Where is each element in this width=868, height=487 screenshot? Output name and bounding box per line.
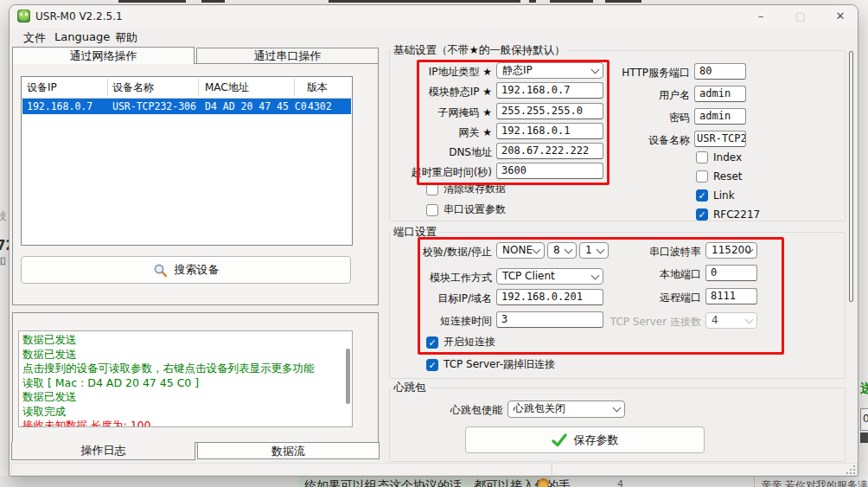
local-port-field[interactable]: 0	[705, 265, 757, 281]
search-device-button[interactable]: 搜索设备	[21, 256, 351, 284]
baud-rate-select[interactable]: 115200	[705, 242, 757, 259]
short-conn-enable-row[interactable]: ✓ 开启短连接	[426, 335, 495, 349]
col-device-name[interactable]: 设备名称	[112, 80, 154, 95]
background-bar-fragment	[860, 433, 868, 443]
work-mode-label: 模块工作方式	[381, 271, 492, 285]
tab-network-operation[interactable]: 通过网络操作	[12, 47, 195, 64]
col-mac[interactable]: MAC地址	[205, 80, 249, 95]
menu-language[interactable]: Language	[51, 29, 113, 44]
background-text-fragment	[329, 0, 520, 3]
chevron-down-icon	[591, 272, 600, 280]
col-device-ip[interactable]: 设备IP	[27, 80, 57, 95]
background-text-fragment	[550, 0, 593, 3]
reset-checkbox[interactable]	[696, 170, 708, 183]
static-ip-field[interactable]: 192.168.0.7	[496, 82, 603, 99]
clear-cache-label: 清除缓存数据	[444, 182, 506, 196]
tab-operation-log[interactable]: 操作日志	[11, 442, 195, 460]
kick-old-conn-label: TCP Server-踢掉旧连接	[444, 357, 555, 372]
log-line-error: 接收未知数据 长度为: 100	[22, 419, 348, 427]
gateway-field[interactable]: 192.168.0.1	[496, 123, 603, 139]
background-chat-text: 统如果可以组态这个协议的话，都可以接入你的手	[304, 478, 571, 487]
col-version[interactable]: 版本	[307, 80, 328, 95]
right-panel-scrollbar[interactable]	[849, 51, 853, 302]
password-field[interactable]: admin	[694, 108, 746, 125]
log-line: 数据已发送	[22, 333, 348, 348]
heartbeat-enable-select[interactable]: 心跳包关闭	[507, 400, 625, 418]
minimize-button[interactable]: –	[743, 5, 779, 28]
window-title: USR-M0 V2.2.5.1	[35, 10, 123, 22]
index-checkbox[interactable]	[696, 151, 708, 163]
log-output[interactable]: 数据已发送 数据已发送 点击搜到的设备可读取参数，右键点击设备列表显示更多功能 …	[18, 330, 353, 427]
background-text-fragment: 送	[860, 381, 868, 397]
resize-grip[interactable]	[846, 472, 848, 474]
http-port-field[interactable]: 80	[694, 63, 746, 80]
link-checkbox-row[interactable]: ✓ Link	[696, 189, 735, 202]
dns-field[interactable]: 208.67.222.222	[496, 143, 603, 159]
chevron-down-icon	[565, 246, 573, 254]
chevron-down-icon	[591, 66, 600, 74]
device-row-selected[interactable]: 192.168.0.7 USR-TCP232-306 D4 AD 20 47 4…	[22, 99, 351, 114]
databits-value: 8	[553, 244, 560, 256]
kick-old-conn-row[interactable]: ✓ TCP Server-踢掉旧连接	[426, 357, 555, 372]
target-ip-field[interactable]: 192.168.0.201	[496, 289, 603, 305]
ip-type-value: 静态IP	[502, 64, 533, 76]
reset-checkbox-row[interactable]: Reset	[696, 170, 743, 183]
tab-serial-operation[interactable]: 通过串口操作	[196, 48, 379, 64]
clear-cache-checkbox[interactable]	[426, 183, 438, 195]
log-line: 数据已发送	[22, 390, 348, 405]
background-input-fragment: 0	[860, 408, 868, 431]
background-strip: 统如果可以组态这个协议的话，都可以接入你的手 4 亲亲 若你对我的服务满意 麻烦…	[0, 477, 868, 487]
log-line: 点击搜到的设备可读取参数，右键点击设备列表显示更多功能	[22, 362, 348, 376]
short-conn-enable-checkbox[interactable]: ✓	[426, 336, 438, 349]
link-checkbox[interactable]: ✓	[696, 189, 708, 202]
log-scrollbar[interactable]	[346, 349, 350, 404]
subnet-mask-field[interactable]: 255.255.255.0	[496, 103, 603, 119]
save-params-button[interactable]: 保存参数	[465, 426, 705, 453]
column-separator	[198, 79, 199, 96]
kick-old-conn-checkbox[interactable]: ✓	[426, 359, 438, 371]
databits-select[interactable]: 8	[547, 242, 577, 259]
timeout-restart-field[interactable]: 3600	[496, 163, 603, 179]
cell-version: 4302	[308, 100, 332, 112]
rfc2217-checkbox-row[interactable]: ✓ RFC2217	[696, 208, 760, 221]
index-checkbox-row[interactable]: Index	[696, 151, 742, 163]
parity-select[interactable]: NONE	[496, 242, 545, 259]
device-table-header: 设备IP 设备名称 MAC地址 版本	[22, 77, 352, 99]
rfc2217-label: RFC2217	[713, 208, 760, 221]
chevron-down-icon	[533, 246, 541, 254]
app-icon	[17, 10, 30, 22]
short-conn-time-field[interactable]: 3	[496, 311, 603, 328]
title-bar[interactable]: USR-M0 V2.2.5.1 – ▢ ✕	[10, 5, 858, 28]
work-mode-select[interactable]: TCP Client	[496, 268, 603, 285]
baud-rate-label: 串口波特率	[615, 245, 701, 260]
short-conn-enable-label: 开启短连接	[444, 335, 495, 349]
stopbits-value: 1	[585, 244, 592, 256]
remote-port-field[interactable]: 8111	[705, 288, 757, 304]
stopbits-select[interactable]: 1	[579, 242, 609, 259]
device-name-field[interactable]: USR-TCP23	[694, 131, 746, 147]
ip-type-select[interactable]: 静态IP	[496, 62, 603, 79]
index-label: Index	[713, 151, 742, 163]
maximize-button[interactable]: ▢	[782, 5, 819, 28]
clear-cache-checkbox-row[interactable]: 清除缓存数据	[426, 182, 506, 196]
background-text-fragment	[605, 0, 641, 3]
rfc2217-checkbox[interactable]: ✓	[696, 208, 708, 221]
background-count-text: 4	[617, 478, 623, 487]
close-button[interactable]: ✕	[822, 5, 858, 28]
menu-file[interactable]: 文件	[20, 29, 49, 47]
serial-params-checkbox[interactable]	[426, 204, 438, 216]
cell-device-name: USR-TCP232-306	[112, 100, 196, 112]
serial-params-checkbox-row[interactable]: 串口设置参数	[426, 202, 506, 217]
column-separator	[107, 79, 108, 96]
tcp-conn-count-label: TCP Server 连接数	[597, 315, 701, 330]
background-text-fragment: 加	[0, 253, 6, 269]
cell-device-ip: 192.168.0.7	[27, 100, 93, 112]
username-field[interactable]: admin	[694, 86, 746, 102]
http-port-label: HTTP服务端口	[606, 66, 690, 80]
menu-help[interactable]: 帮助	[112, 29, 141, 47]
work-mode-value: TCP Client	[502, 270, 555, 282]
log-line: 读取完成	[22, 405, 348, 420]
parity-value: NONE	[502, 244, 533, 256]
chevron-down-icon	[745, 316, 754, 324]
tab-data-stream[interactable]: 数据流	[197, 442, 380, 459]
